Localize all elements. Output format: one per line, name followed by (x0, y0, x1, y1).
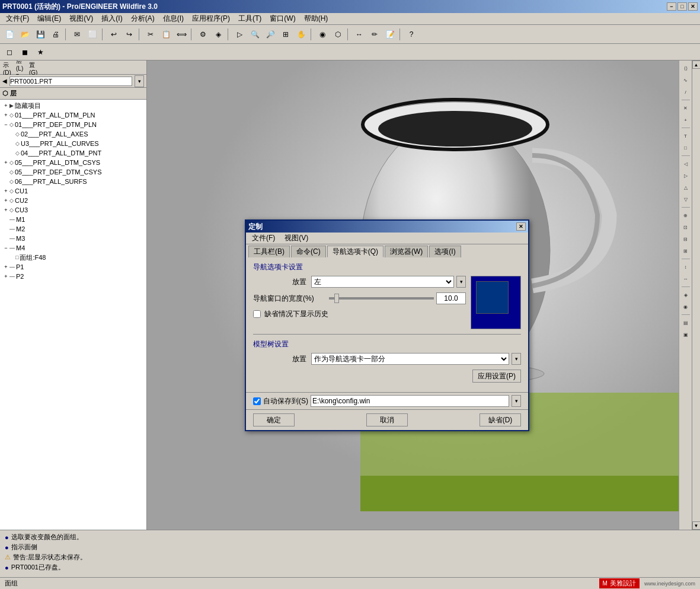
minimize-button[interactable]: − (667, 2, 676, 11)
default-button[interactable]: 缺省(D) (480, 413, 521, 426)
maximize-button[interactable]: □ (677, 2, 687, 11)
nav-path-dropdown[interactable]: ▾ (135, 75, 144, 87)
placement-select[interactable]: 左 (311, 276, 454, 288)
dialog-tab-navtab[interactable]: 导航选项卡(Q) (327, 246, 383, 257)
help-toolbar-button[interactable]: ? (404, 27, 418, 42)
tree-item-hidden[interactable]: + ▶ 隐藏项目 (0, 101, 146, 110)
menu-view[interactable]: 视图(V) (66, 12, 97, 25)
pan-button[interactable]: ✋ (294, 27, 308, 42)
new-button[interactable]: 📄 (2, 27, 17, 42)
tree-item-04pnt[interactable]: ◇ 04___PRT_ALL_DTM_PNT (0, 148, 146, 158)
tree-item-05defcsys[interactable]: ◇ 05___PRT_DEF_DTM_CSYS (0, 167, 146, 177)
tree-item-u3curves[interactable]: ◇ U3___PRT_ALL_CURVES (0, 139, 146, 148)
tree-item-cu3[interactable]: + ◇ CU3 (0, 205, 146, 215)
menu-edit[interactable]: 编辑(E) (34, 12, 65, 25)
tree-item-p1[interactable]: + — P1 (0, 262, 146, 272)
ok-button[interactable]: 确定 (253, 413, 295, 426)
menu-tools[interactable]: 工具(T) (235, 12, 265, 25)
dialog-tab-command[interactable]: 命令(C) (291, 246, 326, 257)
nav-display-btn[interactable]: 显示(D) ▾ (2, 62, 14, 73)
menu-app[interactable]: 应用程序(P) (188, 12, 234, 25)
scroll-down-button[interactable]: ▼ (692, 521, 701, 530)
rv-btn-10[interactable]: △ (680, 182, 691, 193)
rv-btn-9[interactable]: ▷ (680, 170, 691, 181)
sketch-button[interactable]: ✏ (367, 27, 382, 42)
tree-expand-icon[interactable]: + (2, 102, 9, 109)
rv-btn-13[interactable]: ⊡ (680, 222, 691, 233)
cancel-button[interactable]: 取消 (366, 413, 408, 426)
tree-item-01pln[interactable]: + ◇ 01___PRT_ALL_DTM_PLN (0, 110, 146, 120)
dialog-tab-toolbar[interactable]: 工具栏(B) (248, 246, 290, 257)
rv-btn-16[interactable]: ↕ (680, 262, 691, 272)
dim-button[interactable]: ↔ (352, 27, 366, 42)
tree-item-m4[interactable]: − — M4 (0, 243, 146, 253)
shading-button[interactable]: ◉ (315, 27, 330, 42)
dialog-menu-file[interactable]: 文件(F) (248, 232, 279, 244)
rv-btn-12[interactable]: ⊕ (680, 210, 691, 221)
rv-btn-3[interactable]: / (680, 87, 691, 97)
zoom-out-button[interactable]: 🔎 (263, 27, 277, 42)
cut-button[interactable]: ✂ (143, 27, 158, 42)
rv-btn-6[interactable]: T (680, 130, 691, 141)
rv-btn-17[interactable]: ↔ (680, 273, 691, 284)
tree-item-01defpln[interactable]: − ◇ 01___PRT_DEF_DTM_PLN (0, 120, 146, 129)
menu-insert[interactable]: 插入(I) (98, 12, 126, 25)
copy-button[interactable]: ⬜ (85, 27, 100, 42)
rv-btn-14[interactable]: ⊟ (680, 234, 691, 244)
menu-window[interactable]: 窗口(W) (266, 12, 299, 25)
placement-dropdown-arrow[interactable]: ▾ (456, 276, 466, 288)
mirror-button[interactable]: ⟺ (174, 27, 188, 42)
rv-btn-1[interactable]: ⟨⟩ (680, 63, 691, 74)
nav-layer-btn[interactable]: 层(L) ▾ (15, 62, 27, 73)
tree-item-02axes[interactable]: ◇ 02___PRT_ALL_AXES (0, 129, 146, 139)
rv-btn-18[interactable]: ◈ (680, 289, 691, 300)
autosave-checkbox[interactable] (253, 397, 261, 405)
rv-btn-7[interactable]: □ (680, 142, 691, 153)
dialog-tab-options[interactable]: 选项(I) (429, 246, 461, 257)
tree-item-p2[interactable]: + — P2 (0, 272, 146, 281)
datum-button[interactable]: ◈ (211, 27, 225, 42)
width-slider-thumb[interactable] (334, 294, 339, 303)
tree-item-face-f48[interactable]: □ 面组:F48 (0, 253, 146, 262)
dialog-close-button[interactable]: ✕ (516, 222, 526, 231)
menu-analyze[interactable]: 分析(A) (127, 12, 158, 25)
rv-btn-11[interactable]: ▽ (680, 194, 691, 205)
apply-button[interactable]: 应用设置(P) (472, 370, 521, 383)
paste-button[interactable]: 📋 (159, 27, 173, 42)
width-slider-bar[interactable] (329, 297, 434, 300)
redo-button[interactable]: ↪ (122, 27, 136, 42)
rv-btn-21[interactable]: ▣ (680, 329, 691, 340)
nav-tree[interactable]: + ▶ 隐藏项目 + ◇ 01___PRT_ALL_DTM_PLN − ◇ 01… (0, 100, 146, 530)
dialog-menu-view[interactable]: 视图(V) (281, 232, 312, 244)
zoom-in-button[interactable]: 🔍 (248, 27, 262, 42)
rv-btn-4[interactable]: ✕ (680, 103, 691, 113)
tree-item-cu2[interactable]: + ◇ CU2 (0, 196, 146, 205)
rv-btn-8[interactable]: ◁ (680, 158, 691, 169)
zoom-fit-button[interactable]: ⊞ (279, 27, 293, 42)
close-button[interactable]: ✕ (688, 2, 698, 11)
tree-item-m3[interactable]: — M3 (0, 234, 146, 243)
autosave-path-input[interactable] (311, 395, 509, 407)
print-button[interactable]: 🖨 (49, 27, 63, 42)
tree-item-06surfs[interactable]: ◇ 06___PRT_ALL_SURFS (0, 177, 146, 186)
note-button[interactable]: 📝 (383, 27, 397, 42)
rv-btn-2[interactable]: ∿ (680, 75, 691, 85)
model-placement-select[interactable]: 作为导航选项卡一部分 (311, 353, 509, 365)
tree-item-m2[interactable]: — M2 (0, 224, 146, 234)
save-button[interactable]: 💾 (33, 27, 47, 42)
dialog-tab-browser[interactable]: 浏览器(W) (385, 246, 428, 257)
rv-btn-19[interactable]: ◉ (680, 301, 691, 312)
menu-help[interactable]: 帮助(H) (301, 12, 332, 25)
nav-settings-btn[interactable]: 设置(G) ▾ (28, 62, 40, 73)
tree-item-cu1[interactable]: + ◇ CU1 (0, 186, 146, 196)
scroll-up-button[interactable]: ▲ (692, 61, 701, 69)
rv-btn-5[interactable]: + (680, 114, 691, 125)
wireframe-button[interactable]: ⬡ (331, 27, 345, 42)
layer-button[interactable]: ◼ (18, 45, 32, 59)
rv-btn-20[interactable]: ▤ (680, 317, 691, 328)
menu-file[interactable]: 文件(F) (2, 12, 33, 25)
menu-info[interactable]: 信息(I) (159, 12, 187, 25)
nav-path-input[interactable] (9, 77, 132, 86)
setting-button[interactable]: ★ (33, 45, 47, 59)
model-placement-dropdown-arrow[interactable]: ▾ (512, 353, 521, 365)
